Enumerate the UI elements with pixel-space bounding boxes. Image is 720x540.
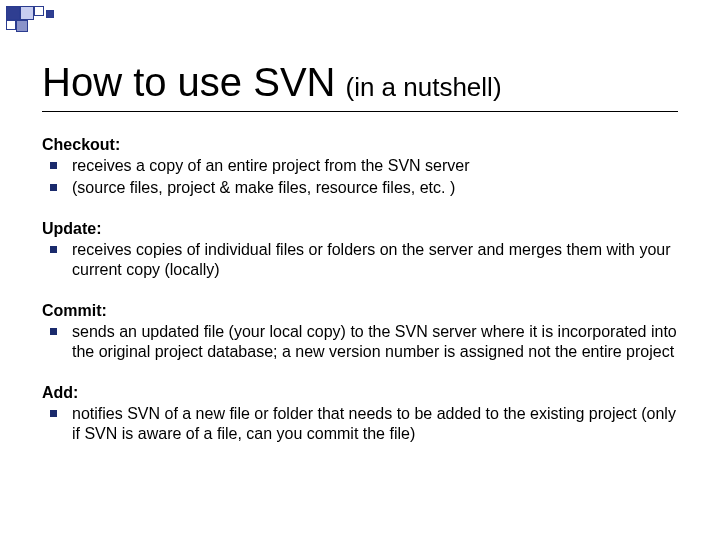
- title-sub: (in a nutshell): [345, 72, 501, 103]
- section-commit: Commit: sends an updated file (your loca…: [42, 302, 678, 362]
- section-add: Add: notifies SVN of a new file or folde…: [42, 384, 678, 444]
- list-item: receives copies of individual files or f…: [42, 240, 678, 280]
- title-main: How to use SVN: [42, 60, 335, 105]
- corner-decoration: [6, 6, 74, 28]
- bullet-text: receives copies of individual files or f…: [72, 240, 678, 280]
- section-heading: Update:: [42, 220, 678, 238]
- bullet-text: sends an updated file (your local copy) …: [72, 322, 678, 362]
- bullet-text: (source files, project & make files, res…: [72, 179, 455, 196]
- list-item: (source files, project & make files, res…: [42, 178, 678, 198]
- section-checkout: Checkout: receives a copy of an entire p…: [42, 136, 678, 198]
- section-heading: Commit:: [42, 302, 678, 320]
- list-item: sends an updated file (your local copy) …: [42, 322, 678, 362]
- slide-title: How to use SVN (in a nutshell): [42, 60, 678, 105]
- bullet-list: receives copies of individual files or f…: [42, 240, 678, 280]
- section-heading: Checkout:: [42, 136, 678, 154]
- list-item: receives a copy of an entire project fro…: [42, 156, 678, 176]
- section-heading: Add:: [42, 384, 678, 402]
- bullet-list: notifies SVN of a new file or folder tha…: [42, 404, 678, 444]
- bullet-list: receives a copy of an entire project fro…: [42, 156, 678, 198]
- bullet-text: receives a copy of an entire project fro…: [72, 157, 470, 174]
- title-rule: [42, 111, 678, 112]
- section-update: Update: receives copies of individual fi…: [42, 220, 678, 280]
- bullet-list: sends an updated file (your local copy) …: [42, 322, 678, 362]
- bullet-text: notifies SVN of a new file or folder tha…: [72, 404, 678, 444]
- slide: How to use SVN (in a nutshell) Checkout:…: [0, 60, 720, 444]
- list-item: notifies SVN of a new file or folder tha…: [42, 404, 678, 444]
